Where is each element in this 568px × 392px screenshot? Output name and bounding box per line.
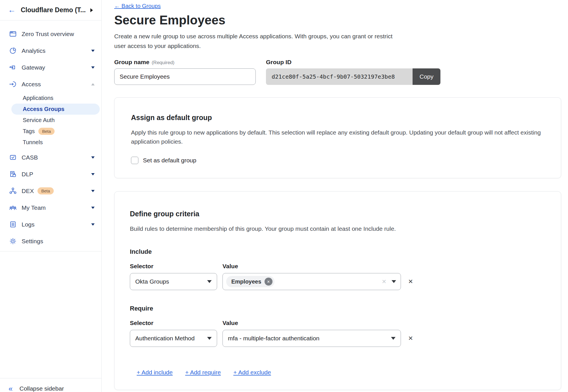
back-arrow-icon[interactable]: ← <box>8 6 16 14</box>
gear-icon <box>9 237 17 245</box>
sidebar-item-label: Gateway <box>22 64 45 71</box>
sidebar-item-label: Logs <box>22 221 35 228</box>
require-value-label: Value <box>222 320 238 326</box>
criteria-card-title: Define group criteria <box>130 210 546 218</box>
sidebar-item-my-team[interactable]: My Team <box>0 199 101 216</box>
chevron-down-icon <box>91 223 95 226</box>
sidebar-item-label: Applications <box>23 95 53 101</box>
sidebar-divider <box>0 251 101 251</box>
collapse-icon: « <box>9 385 13 392</box>
sidebar-item-access[interactable]: Access <box>0 76 101 93</box>
sidebar-item-label: Settings <box>22 238 43 245</box>
dex-icon <box>9 187 17 195</box>
sidebar-item-label: DLP <box>22 171 33 178</box>
chevron-down-icon <box>91 173 95 175</box>
sidebar-item-access-groups[interactable]: Access Groups <box>11 104 100 115</box>
sidebar-item-dlp[interactable]: DLP <box>0 166 101 183</box>
require-value-dropdown[interactable]: mfa - multiple-factor authentication <box>222 330 401 347</box>
chevron-down-icon <box>207 280 212 283</box>
collapse-sidebar-button[interactable]: « Collapse sidebar <box>0 378 101 392</box>
group-name-input[interactable] <box>114 68 256 85</box>
logs-icon <box>9 221 17 228</box>
add-rule-links: + Add include + Add require + Add exclud… <box>137 369 546 376</box>
sidebar-item-gateway[interactable]: Gateway <box>0 59 101 76</box>
include-rule-row: Okta Groups Employees ✕ ✕ ✕ <box>130 273 546 290</box>
chip-label: Employees <box>231 278 261 285</box>
chevron-down-icon <box>91 190 95 192</box>
sidebar-item-label: DEX <box>22 188 34 194</box>
default-group-card: Assign as default group Apply this rule … <box>114 97 561 178</box>
account-header[interactable]: ← Cloudflare Demo (T... <box>0 0 101 20</box>
default-card-title: Assign as default group <box>131 114 544 122</box>
sidebar-item-tags[interactable]: Tags Beta <box>0 126 101 137</box>
group-name-field: Group name (Required) <box>114 59 256 85</box>
sidebar-item-label: Zero Trust overview <box>22 31 74 37</box>
sidebar-item-applications[interactable]: Applications <box>0 93 101 104</box>
require-selector-label: Selector <box>130 320 217 326</box>
chevron-down-icon <box>91 207 95 209</box>
chevron-down-icon <box>91 50 95 52</box>
sidebar-item-service-auth[interactable]: Service Auth <box>0 115 101 126</box>
analytics-icon <box>9 47 17 54</box>
chevron-down-icon <box>91 156 95 159</box>
chevron-up-icon <box>91 83 95 85</box>
sidebar-item-label: Tunnels <box>23 139 43 146</box>
account-name: Cloudflare Demo (T... <box>21 6 86 14</box>
required-hint: (Required) <box>152 60 174 66</box>
chevron-down-icon <box>392 280 396 283</box>
chip-remove-icon[interactable]: ✕ <box>265 278 272 286</box>
chevron-down-icon <box>207 337 212 340</box>
sidebar-item-casb[interactable]: CASB <box>0 149 101 166</box>
set-default-checkbox[interactable] <box>131 157 138 164</box>
add-exclude-link[interactable]: + Add exclude <box>233 369 271 376</box>
group-id-label: Group ID <box>266 59 292 66</box>
sidebar-item-settings[interactable]: Settings <box>0 233 101 250</box>
require-selector-value: Authentication Method <box>135 335 195 342</box>
back-to-groups-link[interactable]: ← Back to Groups <box>114 3 161 9</box>
remove-require-rule-icon[interactable]: ✕ <box>407 335 415 342</box>
group-id-value: d21ce80f-5a25-4bcf-9b07-5032197e3be8 <box>266 68 413 85</box>
beta-badge: Beta <box>38 128 55 135</box>
access-icon <box>9 80 17 88</box>
group-name-label: Group name <box>114 59 149 66</box>
add-require-link[interactable]: + Add require <box>185 369 221 376</box>
dlp-icon <box>9 170 17 178</box>
sidebar-item-label: Service Auth <box>23 117 55 123</box>
group-form-row: Group name (Required) Group ID d21ce80f-… <box>114 59 561 85</box>
main-content: ← Back to Groups Secure Employees Create… <box>102 0 568 392</box>
beta-badge: Beta <box>38 187 54 194</box>
expand-right-icon[interactable] <box>90 8 93 12</box>
sidebar-item-analytics[interactable]: Analytics <box>0 42 101 59</box>
sidebar-item-zero-trust-overview[interactable]: Zero Trust overview <box>0 26 101 42</box>
add-include-link[interactable]: + Add include <box>137 369 173 376</box>
chevron-down-icon <box>391 337 396 340</box>
remove-include-rule-icon[interactable]: ✕ <box>407 278 415 285</box>
sidebar-nav: Zero Trust overview Analytics Gateway Ac… <box>0 20 101 251</box>
gateway-icon <box>9 64 17 71</box>
require-value-value: mfa - multiple-factor authentication <box>228 335 319 342</box>
sidebar-item-logs[interactable]: Logs <box>0 216 101 233</box>
sidebar: ← Cloudflare Demo (T... Zero Trust overv… <box>0 0 102 392</box>
include-value-multiselect[interactable]: Employees ✕ ✕ <box>222 273 401 290</box>
require-selector-dropdown[interactable]: Authentication Method <box>130 330 217 347</box>
include-heading: Include <box>130 248 546 255</box>
window-icon <box>9 30 17 38</box>
criteria-card: Define group criteria Build rules to det… <box>114 191 561 390</box>
clear-icon[interactable]: ✕ <box>382 278 386 285</box>
sidebar-item-label: My Team <box>22 204 46 211</box>
set-default-label: Set as default group <box>143 157 196 164</box>
require-heading: Require <box>130 305 546 312</box>
sidebar-item-tunnels[interactable]: Tunnels <box>0 137 101 148</box>
include-selector-dropdown[interactable]: Okta Groups <box>130 273 217 290</box>
include-selector-value: Okta Groups <box>135 278 169 285</box>
sidebar-item-dex[interactable]: DEX Beta <box>0 183 101 199</box>
sidebar-item-label: Access <box>22 81 41 88</box>
sidebar-item-label: Analytics <box>22 47 45 54</box>
chevron-down-icon <box>91 66 95 69</box>
sidebar-item-label: Access Groups <box>23 106 65 112</box>
team-icon <box>9 204 17 211</box>
group-id-field: Group ID d21ce80f-5a25-4bcf-9b07-5032197… <box>266 59 440 85</box>
casb-icon <box>9 154 17 161</box>
employees-chip: Employees ✕ <box>226 276 274 287</box>
copy-button[interactable]: Copy <box>413 68 440 85</box>
